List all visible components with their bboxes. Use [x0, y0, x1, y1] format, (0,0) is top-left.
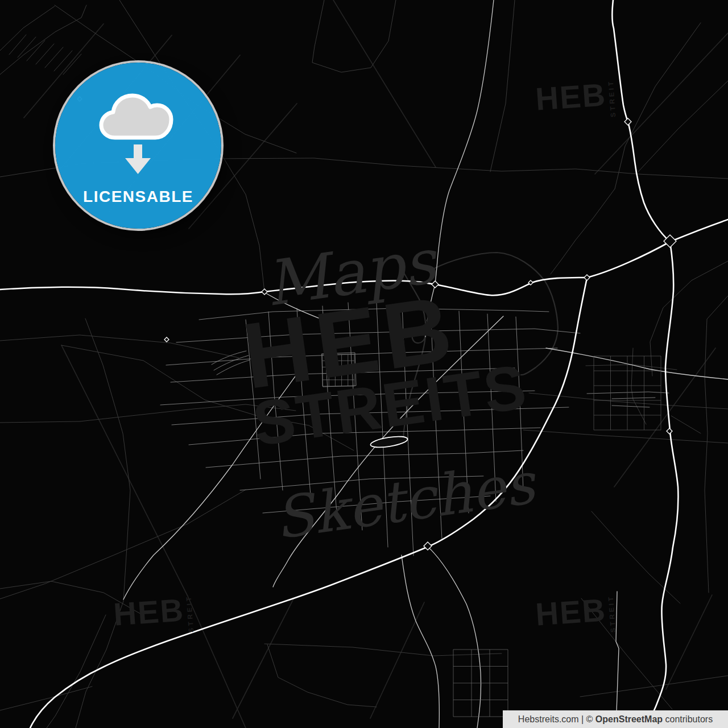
attribution-copyright: © [586, 714, 595, 725]
badge-label: LICENSABLE [83, 188, 193, 206]
watermark-heb-text: HEB [113, 594, 185, 631]
watermark-heb-text: HEB [535, 594, 607, 631]
watermark-hebstreit-top-right: HEB STREIT [535, 78, 617, 122]
road-layer-city [160, 303, 669, 556]
attribution-site: Hebstreits.com [518, 714, 579, 725]
watermark-heb-text: HEB [535, 78, 607, 115]
licensable-badge: LICENSABLE [55, 63, 221, 229]
attribution-map-source: OpenStreetMap [595, 714, 663, 725]
watermark-hebstreit-bottom-right: HEB STREIT [535, 593, 617, 638]
attribution-suffix: contributors [663, 714, 713, 725]
runway-lens [370, 435, 408, 449]
street-grid [453, 650, 508, 717]
watermark-hebstreit-bottom-left: HEB STREIT [113, 593, 195, 638]
cloud-download-icon [90, 85, 187, 182]
attribution-separator: | [579, 714, 586, 725]
road-layer-major [123, 0, 728, 728]
road-layer-water [396, 253, 558, 439]
map-poster: Maps HEB STREITS Sketches HEB STREIT HEB… [0, 0, 728, 728]
attribution-bar: Hebstreits.com | © OpenStreetMap contrib… [503, 710, 728, 728]
